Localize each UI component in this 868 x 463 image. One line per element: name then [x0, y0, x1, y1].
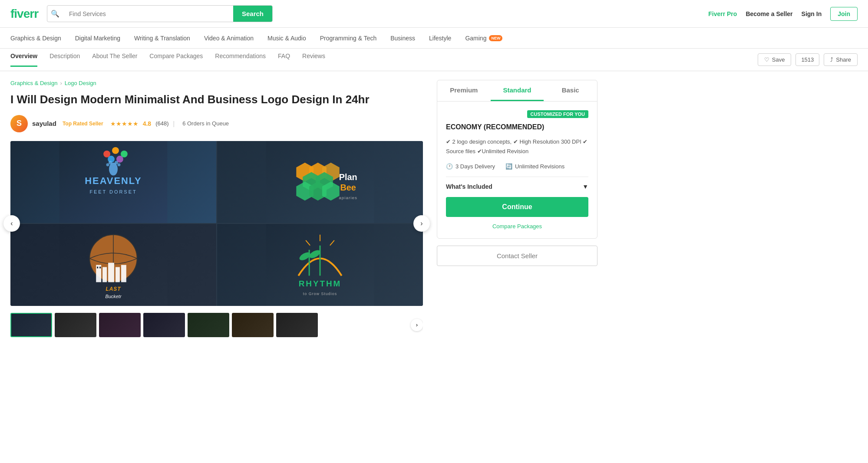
nav-item-music[interactable]: Music & Audio — [267, 35, 306, 42]
save-button[interactable]: ♡ Save — [758, 53, 792, 66]
breadcrumb-child[interactable]: Logo Design — [65, 80, 96, 86]
tab-bar: Overview Description About The Seller Co… — [0, 49, 868, 71]
nav-item-gaming[interactable]: Gaming NEW — [465, 35, 502, 42]
nav-item-graphics[interactable]: Graphics & Design — [10, 35, 61, 42]
svg-point-10 — [117, 163, 120, 166]
new-badge: NEW — [489, 35, 502, 41]
package-features: ✔ 2 logo design concepts, ✔ High Resolut… — [446, 137, 588, 156]
right-column: Premium Standard Basic CUSTOMIZED FOR YO… — [437, 80, 597, 337]
nav-item-writing[interactable]: Writing & Translation — [134, 35, 190, 42]
tabs: Overview Description About The Seller Co… — [10, 53, 758, 67]
tab-recommendations[interactable]: Recommendations — [215, 53, 266, 67]
tab-about-seller[interactable]: About The Seller — [92, 53, 137, 67]
save-count: 1513 — [795, 53, 819, 66]
tab-reviews[interactable]: Reviews — [302, 53, 325, 67]
search-bar: 🔍 Search — [47, 5, 273, 22]
tab-overview[interactable]: Overview — [10, 53, 37, 67]
sign-in-link[interactable]: Sign In — [802, 10, 822, 17]
contact-seller-button[interactable]: Contact Seller — [437, 246, 597, 266]
svg-rect-33 — [121, 265, 126, 282]
orders-queue: 6 Orders in Queue — [182, 120, 229, 127]
gallery-img-2: Plan Bee apiaries — [217, 141, 423, 223]
package-name: ECONOMY (RECOMMENDED) — [446, 123, 588, 131]
svg-text:RHYTHM: RHYTHM — [299, 279, 342, 288]
header-right: Fiverr Pro Become a Seller Sign In Join — [708, 7, 858, 21]
breadcrumb-separator: › — [60, 80, 62, 86]
search-icon: 🔍 — [47, 10, 63, 18]
join-button[interactable]: Join — [830, 7, 858, 21]
tab-description[interactable]: Description — [50, 53, 80, 67]
whats-included-label: What's Included — [446, 183, 492, 190]
heart-icon: ♡ — [764, 56, 769, 63]
pkg-tab-premium[interactable]: Premium — [437, 80, 491, 101]
thumbnail-1[interactable] — [10, 313, 52, 337]
package-tabs: Premium Standard Basic — [437, 80, 597, 102]
save-label: Save — [772, 56, 785, 63]
header: fiverr 🔍 Search Fiverr Pro Become a Sell… — [0, 0, 868, 28]
nav-item-video[interactable]: Video & Animation — [204, 35, 254, 42]
svg-text:Plan: Plan — [339, 172, 357, 181]
search-input[interactable] — [63, 6, 233, 22]
gallery-next-button[interactable]: › — [413, 215, 430, 232]
fiverr-pro-link[interactable]: Fiverr Pro — [708, 10, 737, 17]
search-button[interactable]: Search — [233, 6, 272, 22]
share-icon: ⤴ — [830, 56, 833, 63]
seller-info: S sayulad Top Rated Seller ★★★★★ 4.8 (64… — [10, 115, 423, 132]
rating-stars: ★★★★★ — [110, 120, 139, 127]
gallery-container: HEAVENLY FEET DORSET — [10, 141, 423, 306]
thumbnail-5[interactable] — [188, 313, 229, 337]
nav-item-digital[interactable]: Digital Marketing — [75, 35, 120, 42]
thumbnail-2[interactable] — [55, 313, 96, 337]
thumbnail-4[interactable] — [143, 313, 185, 337]
nav-item-lifestyle[interactable]: Lifestyle — [429, 35, 451, 42]
gallery-img-3: LAST Bucketr — [10, 224, 216, 306]
breadcrumb-parent[interactable]: Graphics & Design — [10, 80, 57, 86]
svg-text:apiaries: apiaries — [339, 195, 357, 200]
reviews-count: (648) — [155, 120, 168, 127]
revisions-label: Unlimited Revisions — [515, 163, 564, 170]
svg-text:FEET DORSET: FEET DORSET — [89, 189, 137, 194]
continue-button[interactable]: Continue — [446, 197, 588, 217]
category-nav: Graphics & Design Digital Marketing Writ… — [0, 28, 868, 49]
gallery-img-1: HEAVENLY FEET DORSET — [10, 141, 216, 223]
svg-rect-32 — [116, 267, 120, 282]
thumbnail-6[interactable] — [232, 313, 274, 337]
compare-packages-link[interactable]: Compare Packages — [446, 223, 588, 230]
share-button[interactable]: ⤴ Share — [824, 53, 858, 66]
gallery-img-4: RHYTHM to Grow Studios — [217, 224, 423, 306]
tab-compare-packages[interactable]: Compare Packages — [149, 53, 203, 67]
thumbnail-7[interactable] — [276, 313, 318, 337]
svg-point-2 — [112, 147, 119, 154]
svg-rect-30 — [102, 267, 107, 282]
rating-number: 4.8 — [143, 120, 151, 127]
avatar: S — [10, 115, 28, 132]
gallery-prev-button[interactable]: ‹ — [3, 215, 20, 232]
svg-rect-35 — [99, 266, 101, 268]
package-panel: Premium Standard Basic CUSTOMIZED FOR YO… — [437, 80, 597, 239]
pkg-tab-basic[interactable]: Basic — [544, 80, 597, 101]
nav-item-business[interactable]: Business — [390, 35, 415, 42]
customized-badge: CUSTOMIZED FOR YOU — [527, 110, 589, 118]
revisions-meta: 🔄 Unlimited Revisions — [505, 163, 564, 170]
tab-faq[interactable]: FAQ — [278, 53, 290, 67]
svg-text:HEAVENLY: HEAVENLY — [85, 175, 142, 186]
svg-rect-31 — [108, 263, 114, 282]
logo: fiverr — [10, 7, 38, 21]
breadcrumb: Graphics & Design › Logo Design — [10, 80, 423, 86]
refresh-icon: 🔄 — [505, 163, 512, 170]
pkg-tab-standard[interactable]: Standard — [491, 80, 544, 101]
whats-included-toggle[interactable]: What's Included ▼ — [446, 177, 588, 190]
svg-text:Bucketr: Bucketr — [105, 294, 122, 299]
delivery-meta: 🕐 3 Days Delivery — [446, 163, 495, 170]
package-meta: 🕐 3 Days Delivery 🔄 Unlimited Revisions — [446, 163, 588, 170]
svg-point-8 — [106, 163, 109, 166]
svg-point-6 — [109, 163, 118, 176]
svg-point-7 — [109, 161, 112, 164]
gallery-main: HEAVENLY FEET DORSET — [10, 141, 423, 306]
thumbnail-3[interactable] — [99, 313, 141, 337]
become-seller-link[interactable]: Become a Seller — [746, 10, 792, 17]
seller-name[interactable]: sayulad — [32, 120, 56, 127]
svg-text:LAST: LAST — [106, 286, 121, 292]
thumbnails-next-button[interactable]: › — [411, 319, 423, 331]
nav-item-programming[interactable]: Programming & Tech — [320, 35, 376, 42]
